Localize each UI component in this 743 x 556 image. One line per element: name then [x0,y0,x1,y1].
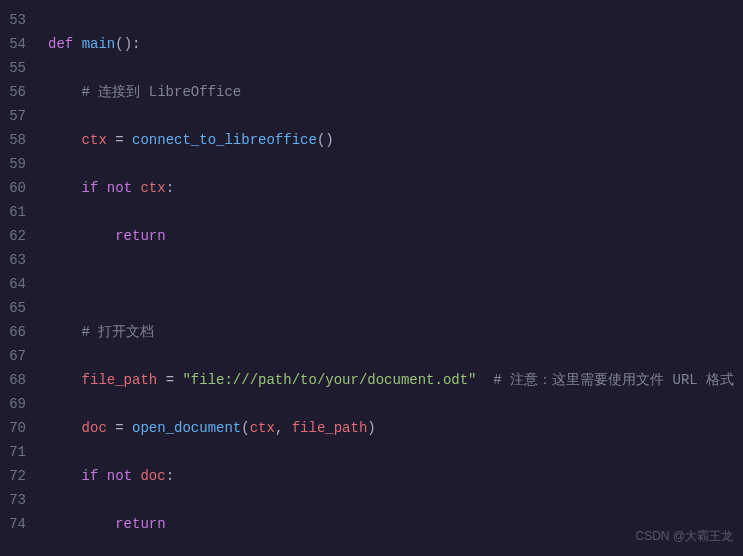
line-number: 68 [8,368,26,392]
code-editor[interactable]: 53 54 55 56 57 58 59 60 61 62 63 64 65 6… [0,0,743,556]
line-number: 71 [8,440,26,464]
watermark: CSDN @大霸王龙 [635,524,733,548]
line-number: 54 [8,32,26,56]
line-number: 73 [8,488,26,512]
code-line[interactable]: def main(): [48,32,743,56]
line-number: 74 [8,512,26,536]
line-number: 53 [8,8,26,32]
code-line[interactable]: return [48,224,743,248]
code-area[interactable]: def main(): # 连接到 LibreOffice ctx = conn… [36,0,743,556]
line-number: 56 [8,80,26,104]
code-line[interactable]: doc = open_document(ctx, file_path) [48,416,743,440]
code-line[interactable]: # 连接到 LibreOffice [48,80,743,104]
line-number: 65 [8,296,26,320]
line-number: 70 [8,416,26,440]
line-number: 72 [8,464,26,488]
code-line[interactable]: # 打开文档 [48,320,743,344]
line-number: 55 [8,56,26,80]
code-line[interactable] [48,272,743,296]
line-number: 69 [8,392,26,416]
line-number: 59 [8,152,26,176]
line-number-gutter: 53 54 55 56 57 58 59 60 61 62 63 64 65 6… [0,0,36,556]
code-line[interactable]: if not ctx: [48,176,743,200]
line-number: 58 [8,128,26,152]
line-number: 67 [8,344,26,368]
line-number: 62 [8,224,26,248]
line-number: 57 [8,104,26,128]
line-number: 64 [8,272,26,296]
line-number: 66 [8,320,26,344]
code-line[interactable]: if not doc: [48,464,743,488]
line-number: 61 [8,200,26,224]
code-line[interactable]: file_path = "file:///path/to/your/docume… [48,368,743,392]
line-number: 60 [8,176,26,200]
line-number: 63 [8,248,26,272]
code-line[interactable]: ctx = connect_to_libreoffice() [48,128,743,152]
